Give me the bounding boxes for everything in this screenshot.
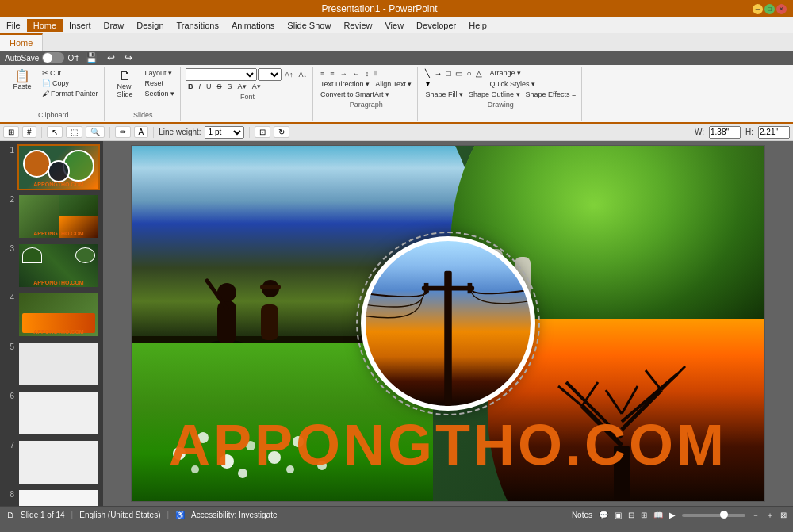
- tab-home[interactable]: Home: [0, 33, 43, 51]
- indent-less-button[interactable]: ←: [351, 69, 362, 78]
- bold-button[interactable]: B: [186, 82, 196, 91]
- menu-developer[interactable]: Developer: [410, 19, 462, 32]
- redo-button[interactable]: ↪: [122, 52, 135, 64]
- bullet-list-button[interactable]: ≡: [318, 69, 327, 78]
- view-normal[interactable]: ▣: [615, 511, 622, 519]
- view-slideshow[interactable]: ▶: [669, 511, 676, 519]
- menu-insert[interactable]: Insert: [63, 19, 98, 32]
- minimize-button[interactable]: ─: [753, 4, 763, 14]
- shape-effects-button[interactable]: Shape Effects =: [523, 90, 579, 99]
- menu-home[interactable]: Home: [27, 19, 63, 32]
- menu-animations[interactable]: Animations: [225, 19, 281, 32]
- numbered-list-button[interactable]: ≡: [328, 69, 336, 78]
- arrange-button[interactable]: Arrange ▾: [487, 68, 538, 78]
- slide-thumb-5[interactable]: 5: [3, 341, 100, 387]
- menu-file[interactable]: File: [0, 19, 27, 32]
- shape-outline-button[interactable]: Shape Outline ▾: [466, 90, 523, 99]
- shape-round-rect[interactable]: ▭: [454, 69, 463, 78]
- width-input[interactable]: [709, 126, 741, 139]
- highlight-button[interactable]: A▾: [250, 82, 263, 91]
- text-direction-button[interactable]: Text Direction ▾: [318, 79, 372, 89]
- slide-thumb-1[interactable]: 1 APPONGTHO.COM: [3, 144, 100, 190]
- fit-button[interactable]: ⊠: [780, 511, 787, 519]
- slide-thumb-6[interactable]: 6: [3, 390, 100, 436]
- menu-slideshow[interactable]: Slide Show: [281, 19, 337, 32]
- font-size-select[interactable]: [258, 68, 282, 81]
- paste-button[interactable]: 📋 Paste: [6, 68, 38, 92]
- format-painter-button[interactable]: 🖌Format Painter: [40, 89, 101, 98]
- columns-button[interactable]: ⫴: [372, 68, 380, 78]
- shape-oval[interactable]: ○: [464, 69, 473, 78]
- slide-image-7[interactable]: [17, 439, 100, 485]
- view-slide-sorter[interactable]: ⊞: [641, 511, 647, 519]
- underline-button[interactable]: U: [204, 82, 214, 91]
- zoom-slider[interactable]: [682, 514, 745, 517]
- pen-btn[interactable]: ✏: [115, 126, 131, 138]
- crop-btn[interactable]: ⊡: [255, 126, 270, 138]
- shadow-button[interactable]: S: [225, 82, 235, 91]
- maximize-button[interactable]: □: [764, 4, 775, 14]
- height-input[interactable]: [758, 126, 790, 139]
- text-btn[interactable]: A: [134, 126, 149, 138]
- shape-line[interactable]: ╲: [423, 69, 432, 78]
- section-button[interactable]: Section ▾: [143, 89, 178, 98]
- notes-button[interactable]: Notes: [572, 511, 592, 519]
- italic-button[interactable]: I: [197, 82, 204, 91]
- indent-more-button[interactable]: →: [338, 69, 350, 78]
- autosave-toggle[interactable]: [42, 52, 64, 63]
- quick-styles-button[interactable]: Quick Styles ▾: [487, 79, 538, 89]
- slide-image-5[interactable]: [17, 341, 100, 387]
- shape-more[interactable]: ▾: [423, 79, 432, 89]
- slide-thumb-3[interactable]: 3 APPONGTHO.COM: [3, 243, 100, 289]
- view-reading[interactable]: 📖: [653, 511, 663, 519]
- slide-thumb-8[interactable]: 8: [3, 488, 100, 506]
- menu-review[interactable]: Review: [337, 19, 378, 32]
- slide-image-3[interactable]: APPONGTHO.COM: [17, 243, 100, 289]
- align-text-button[interactable]: Align Text ▾: [373, 79, 414, 89]
- shape-rect[interactable]: □: [443, 69, 453, 78]
- grid-button[interactable]: #: [22, 126, 36, 138]
- shape-arrow[interactable]: →: [433, 69, 442, 78]
- zoom-out-btn[interactable]: －: [752, 510, 760, 521]
- comments-icon[interactable]: 💬: [599, 511, 608, 519]
- menu-draw[interactable]: Draw: [98, 19, 131, 32]
- cut-button[interactable]: ✂Cut: [40, 68, 101, 78]
- smartart-button[interactable]: Convert to SmartArt ▾: [318, 90, 392, 99]
- slide-thumb-2[interactable]: 2 APPONGTHO.COM: [3, 193, 100, 239]
- layout-button[interactable]: Layout ▾: [143, 68, 178, 78]
- font-color-button[interactable]: A▾: [236, 82, 249, 91]
- slide-image-4[interactable]: APPONGTHO.COM: [17, 292, 100, 338]
- fit-slide-button[interactable]: ⊞: [3, 126, 19, 138]
- shape-fill-button[interactable]: Shape Fill ▾: [423, 90, 465, 99]
- zoom-in-ruler[interactable]: 🔍: [86, 126, 105, 138]
- view-outline[interactable]: ⊟: [628, 511, 634, 519]
- slide-canvas[interactable]: APPONGTHO.COM: [131, 145, 765, 502]
- menu-help[interactable]: Help: [462, 19, 493, 32]
- slide-image-1[interactable]: APPONGTHO.COM: [17, 144, 100, 190]
- select-button[interactable]: ⬚: [66, 126, 82, 138]
- font-family-select[interactable]: [186, 68, 257, 81]
- increase-font-button[interactable]: A↑: [282, 70, 296, 79]
- strikethrough-button[interactable]: S: [215, 82, 224, 91]
- reset-button[interactable]: Reset: [143, 78, 178, 88]
- undo-button[interactable]: ↩: [105, 52, 117, 64]
- zoom-in-btn[interactable]: ＋: [766, 510, 774, 521]
- line-weight-select[interactable]: 1 pt 2 pt 3 pt: [205, 126, 244, 139]
- cursor-button[interactable]: ↖: [47, 126, 63, 138]
- slide-image-2[interactable]: APPONGTHO.COM: [17, 193, 100, 239]
- menu-design[interactable]: Design: [130, 19, 170, 32]
- menu-view[interactable]: View: [378, 19, 410, 32]
- menu-transitions[interactable]: Transitions: [170, 19, 225, 32]
- slide-image-6[interactable]: [17, 390, 100, 436]
- copy-button[interactable]: 📄Copy: [40, 78, 101, 88]
- close-button[interactable]: ✕: [776, 4, 787, 14]
- save-button[interactable]: 💾: [83, 52, 100, 64]
- line-spacing-button[interactable]: ↕: [363, 69, 372, 78]
- decrease-font-button[interactable]: A↓: [297, 70, 310, 79]
- shape-triangle[interactable]: △: [474, 69, 484, 78]
- slide-thumb-4[interactable]: 4 APPONGTHO.COM: [3, 292, 100, 338]
- new-slide-button[interactable]: 🗋 NewSlide: [109, 68, 141, 100]
- slide-image-8[interactable]: [17, 488, 100, 506]
- rotate-btn[interactable]: ↻: [274, 126, 289, 138]
- slide-thumb-7[interactable]: 7: [3, 439, 100, 485]
